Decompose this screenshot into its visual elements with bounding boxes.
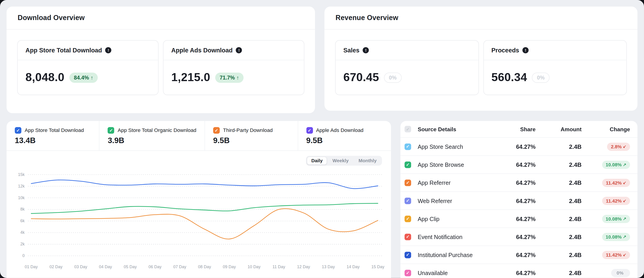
legend-checkbox[interactable]: ✓ <box>15 127 22 134</box>
range-tab-daily[interactable]: Daily <box>307 156 327 165</box>
legend-label: App Store Total Download <box>25 128 84 133</box>
col-share: Share <box>498 126 536 132</box>
source-label: App Referrer <box>418 179 498 186</box>
source-label: Unavailable <box>418 270 498 276</box>
x-axis-label: 08 Day <box>198 265 211 269</box>
table-row[interactable]: ✓ Web Referrer 64.27% 2.4B 11.42%↙ <box>400 191 638 209</box>
trend-arrow-icon: ↙ <box>623 180 626 185</box>
row-checkbox[interactable]: ✓ <box>404 179 411 186</box>
metric-value: 1,215.0 <box>171 71 210 84</box>
proceeds-card: Proceeds ! 560.34 0% <box>483 40 627 95</box>
source-label: Web Referrer <box>418 197 498 204</box>
table-row[interactable]: ✓ App Referrer 64.27% 2.4B 11.42%↙ <box>400 173 638 191</box>
share-value: 64.27% <box>498 270 536 276</box>
metric-value: 670.45 <box>343 71 379 84</box>
col-source-details: Source Details <box>418 126 498 132</box>
legend-label: Apple Ads Download <box>316 128 364 133</box>
x-axis-label: 14 Day <box>346 265 360 269</box>
row-checkbox[interactable]: ✓ <box>404 161 411 168</box>
row-checkbox[interactable]: ✓ <box>404 252 411 258</box>
change-badge: 10.08%↗ <box>602 215 630 223</box>
source-label: App Clip <box>418 215 498 222</box>
share-value: 64.27% <box>498 143 536 150</box>
growth-badge: 84.4%↑ <box>70 72 98 83</box>
revenue-overview-card: Revenue Overview Sales ! 670.45 0% Proce… <box>324 6 638 111</box>
legend-value: 9.5B <box>306 136 383 145</box>
table-row[interactable]: ✓ App Clip 64.27% 2.4B 10.08%↗ <box>400 209 638 227</box>
legend-value: 9.5B <box>213 136 290 145</box>
trend-arrow-icon: ↙ <box>623 198 626 203</box>
share-value: 64.27% <box>498 215 536 222</box>
row-checkbox[interactable]: ✓ <box>404 197 411 204</box>
trend-arrow-icon: ↗ <box>623 216 626 221</box>
growth-badge: 71.7%↑ <box>215 72 244 83</box>
series-line-app-store-total-organic-download <box>31 203 378 214</box>
trend-arrow-icon: ↗ <box>623 235 626 239</box>
legend-item[interactable]: ✓ Apple Ads Download 9.5B <box>298 121 391 151</box>
amount-value: 2.4B <box>536 252 582 258</box>
row-checkbox[interactable]: ✓ <box>404 234 411 240</box>
amount-value: 2.4B <box>536 179 582 186</box>
x-axis-label: 02 Day <box>50 265 62 269</box>
legend-checkbox[interactable]: ✓ <box>306 127 313 134</box>
amount-value: 2.4B <box>536 270 582 276</box>
app-store-total-download-card: App Store Total Download ! 8,048.0 84.4%… <box>17 40 159 95</box>
change-badge: 10.08%↗ <box>602 233 630 241</box>
row-checkbox[interactable]: ✓ <box>404 215 411 222</box>
change-badge: 11.42%↙ <box>602 251 630 259</box>
info-icon[interactable]: ! <box>236 47 242 53</box>
table-row[interactable]: ✓ Institutional Purchase 64.27% 2.4B 11.… <box>400 246 638 264</box>
table-header-row: ✓ Source Details Share Amount Change <box>400 121 638 138</box>
analytics-dashboard: Download Overview App Store Total Downlo… <box>0 0 644 278</box>
info-icon[interactable]: ! <box>363 47 369 53</box>
table-row[interactable]: ✓ Unavailable 64.27% 2.4B 0% <box>400 264 638 278</box>
legend-item[interactable]: ✓ App Store Total Download 13.4B <box>6 121 100 151</box>
series-line-app-store-total-download <box>31 180 378 189</box>
share-value: 64.27% <box>498 179 536 186</box>
trend-arrow-icon: ↗ <box>623 162 626 167</box>
table-row[interactable]: ✓ Event Notification 64.27% 2.4B 10.08%↗ <box>400 228 638 246</box>
source-details-card: ✓ Source Details Share Amount Change ✓ A… <box>400 121 638 278</box>
info-icon[interactable]: ! <box>522 47 529 53</box>
amount-value: 2.4B <box>536 234 582 240</box>
change-badge: 10.08%↗ <box>602 160 630 169</box>
amount-value: 2.4B <box>536 143 582 150</box>
revenue-overview-title: Revenue Overview <box>336 14 398 22</box>
metric-value: 560.34 <box>492 71 527 84</box>
zero-change-badge: 0% <box>384 72 402 83</box>
legend-item[interactable]: ✓ Third-Party Download 9.5B <box>205 121 298 151</box>
legend-value: 3.9B <box>108 136 196 145</box>
legend-checkbox[interactable]: ✓ <box>213 127 220 134</box>
zero-change-badge: 0% <box>532 72 550 83</box>
up-arrow-icon: ↑ <box>91 75 93 81</box>
download-overview-card: Download Overview App Store Total Downlo… <box>6 6 315 113</box>
info-icon[interactable]: ! <box>105 47 112 53</box>
x-axis-label: 09 Day <box>223 265 236 269</box>
legend-value: 13.4B <box>15 136 91 145</box>
col-change: Change <box>582 126 630 132</box>
table-row[interactable]: ✓ App Store Search 64.27% 2.4B 2.8%↙ <box>400 138 638 155</box>
x-axis-label: 12 Day <box>297 265 310 269</box>
x-axis-label: 01 Day <box>25 265 38 269</box>
range-tab-monthly[interactable]: Monthly <box>354 156 381 165</box>
row-checkbox[interactable]: ✓ <box>404 143 411 150</box>
legend-checkbox[interactable]: ✓ <box>108 127 114 134</box>
table-row[interactable]: ✓ App Store Browse 64.27% 2.4B 10.08%↗ <box>400 155 638 173</box>
trend-arrow-icon: ↙ <box>623 253 626 257</box>
series-line-third-party-download <box>31 209 378 239</box>
select-all-checkbox[interactable]: ✓ <box>404 126 411 133</box>
x-axis-label: 07 Day <box>173 265 186 269</box>
y-axis-label: 2k <box>20 242 25 246</box>
legend-item[interactable]: ✓ App Store Total Organic Download 3.9B <box>100 121 205 151</box>
y-axis-label: 4k <box>20 230 25 235</box>
x-axis-label: 06 Day <box>148 265 162 269</box>
revenue-overview-header: Revenue Overview <box>324 6 638 30</box>
download-overview-title: Download Overview <box>18 14 85 22</box>
x-axis-label: 03 Day <box>74 265 87 269</box>
row-checkbox[interactable]: ✓ <box>404 270 411 276</box>
range-tab-weekly[interactable]: Weekly <box>328 156 354 165</box>
y-axis-label: 0 <box>22 253 25 258</box>
x-axis-label: 15 Day <box>372 265 384 269</box>
x-axis-label: 10 Day <box>248 265 260 269</box>
downloads-line-chart: 02k4k6k8k10k12k15k01 Day02 Day03 Day04 D… <box>6 167 391 274</box>
